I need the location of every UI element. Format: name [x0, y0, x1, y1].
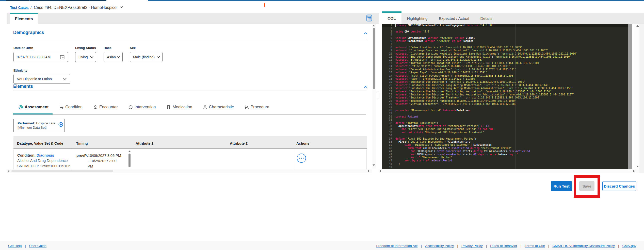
- code-line-21: 21valueset "Substance Use Disorder Long …: [382, 87, 628, 90]
- code-line-7: 7: [382, 43, 628, 46]
- footer-link-user-guide[interactable]: User Guide: [29, 244, 46, 248]
- tab-details[interactable]: Details: [475, 13, 498, 24]
- element-tab-medication[interactable]: Medication: [161, 102, 197, 112]
- calculator-icon[interactable]: [366, 14, 372, 22]
- code-line-14: 14valueset "Office Visit": 'urn:oid:2.16…: [382, 65, 628, 68]
- footer-link-separator: |: [548, 244, 549, 248]
- performed-card-prefix: Performed:: [18, 121, 35, 125]
- row-datatype-cell: Condition, Diagnosis Alcohol And Drug De…: [17, 153, 70, 169]
- right-panel-tabs: CQLHighlightingExpected / ActualDetails: [382, 13, 498, 24]
- code-line-46: 46: [382, 165, 628, 169]
- code-line-16: 16valueset "Payer Type": 'urn:oid:2.16.8…: [382, 71, 628, 74]
- code-line-5: 5include CQMCommonQDM version '9.0.000' …: [382, 37, 628, 40]
- code-line-35: 35 and not exists "History of SUD Diagno…: [382, 131, 628, 134]
- row-timing-prefix: prevP:: [76, 154, 88, 158]
- right-vscroll-down-arrow[interactable]: [636, 166, 639, 167]
- save-button[interactable]: Save: [579, 181, 594, 191]
- intervention-icon: [128, 105, 133, 109]
- top-chrome-separator-1: [29, 0, 30, 1]
- medication-icon: [166, 105, 171, 109]
- right-panel-hscrollbar[interactable]: [378, 169, 639, 173]
- element-tab-condition[interactable]: Condition: [54, 102, 88, 112]
- breadcrumb-separator: /: [30, 5, 31, 10]
- element-tab-characteristic[interactable]: Characteristic: [198, 102, 239, 112]
- right-vscroll-up-arrow[interactable]: [636, 25, 639, 27]
- right-panel-vscrollbar[interactable]: [632, 24, 639, 169]
- element-tab-assessment[interactable]: Assessment: [13, 102, 54, 112]
- footer-link-cms-hhs-vulnerability-disclosure-policy[interactable]: CMS/HHS Vulnerability Disclosure Policy: [552, 244, 615, 248]
- footer-link-get-help[interactable]: Get Help: [8, 244, 22, 248]
- race-select[interactable]: Asian: [104, 52, 123, 62]
- tab-elements[interactable]: Elements: [10, 13, 38, 24]
- sex-select[interactable]: Male (finding): [130, 52, 163, 62]
- code-line-11: 11valueset "Emergency Department Evaluat…: [382, 55, 628, 58]
- left-hscroll-right-arrow[interactable]: [368, 170, 369, 172]
- demographics-collapse-icon[interactable]: [364, 32, 367, 35]
- add-element-plus-icon[interactable]: [58, 122, 63, 127]
- breadcrumb-current-case[interactable]: Case #94: DENEXPassStrat2 - HomeHospice: [34, 5, 116, 10]
- left-hscroll-left-arrow[interactable]: [8, 170, 9, 172]
- footer-link-freedom-of-information-act[interactable]: Freedom of Information Act: [376, 244, 418, 248]
- demographics-heading: Demographics: [13, 30, 44, 35]
- code-line-13: 13valueset "Initial Hospital Inpatient V…: [382, 62, 628, 65]
- code-line-36: 36: [382, 134, 628, 137]
- top-chrome-segment-navy: [6, 0, 106, 1]
- breadcrumb-test-cases-link[interactable]: Test Cases: [10, 6, 29, 10]
- footer-link-terms-of-use[interactable]: Terms of Use: [525, 244, 545, 248]
- cql-code-editor[interactable]: 1library CMS137SUDTreatmentInitiationEng…: [382, 24, 628, 169]
- chevron-down-icon: [117, 56, 120, 58]
- test-case-elements-panel: Demographics Date of Birth Living Status…: [7, 24, 372, 169]
- left-vscroll-up-arrow[interactable]: [373, 25, 375, 26]
- ethnicity-label: Ethnicity: [13, 69, 27, 72]
- tab-cql[interactable]: CQL: [382, 11, 401, 24]
- footer-link-accessibility-policy[interactable]: Accessibility Policy: [425, 244, 454, 248]
- case-dropdown-chevron-icon[interactable]: [120, 6, 123, 8]
- panel-splitter-handle[interactable]: [377, 92, 377, 99]
- footer-link-cms-gov[interactable]: CMS.gov: [622, 244, 636, 248]
- dob-input-field[interactable]: [17, 55, 60, 59]
- performed-hospice-care-card[interactable]: Performed: Hospice care[Minimum Data Set…: [13, 119, 65, 132]
- calendar-icon[interactable]: [60, 54, 65, 60]
- element-tab-procedure[interactable]: Procedure: [239, 102, 275, 112]
- left-hscroll-thumb[interactable]: [11, 170, 113, 172]
- code-line-37: 37define "First SUD Episode During Measu…: [382, 137, 628, 140]
- row-datatype-diagnosis-link[interactable]: Diagnosis: [37, 153, 54, 157]
- panel-splitter-handle-line2[interactable]: [378, 92, 378, 99]
- timing-scrollbar-thumb[interactable]: [128, 154, 131, 167]
- right-hscroll-right-arrow[interactable]: [633, 170, 635, 172]
- code-line-27: 27: [382, 106, 628, 109]
- code-line-26: 26valueset "Virtual Encounter": 'urn:oid…: [382, 103, 628, 106]
- dob-label: Date of Birth: [13, 46, 33, 50]
- page-footer: Get Help|User Guide Freedom of Informati…: [0, 241, 644, 250]
- tab-expected-actual[interactable]: Expected / Actual: [433, 13, 475, 24]
- left-vscroll-down-arrow[interactable]: [373, 164, 375, 166]
- living-status-select[interactable]: Living: [75, 52, 96, 62]
- race-label: Race: [104, 46, 111, 50]
- performed-card-value-line1: Hospice care: [35, 121, 55, 125]
- timing-scroll-up-arrow[interactable]: [128, 151, 131, 152]
- code-line-29: 29: [382, 112, 628, 115]
- discard-changes-button[interactable]: Discard Changes: [602, 181, 636, 191]
- footer-link-rules-of-behavior[interactable]: Rules of Behavior: [490, 244, 517, 248]
- chevron-down-icon: [157, 56, 160, 58]
- code-line-1: 1library CMS137SUDTreatmentInitiationEng…: [382, 24, 628, 27]
- elements-heading: Elements: [13, 84, 33, 89]
- sex-value: Male (finding): [133, 55, 155, 59]
- editor-scrollbar-thumb[interactable]: [628, 24, 632, 169]
- element-tab-encounter[interactable]: Encounter: [88, 102, 123, 112]
- tab-highlighting[interactable]: Highlighting: [401, 13, 433, 24]
- right-hscroll-left-arrow[interactable]: [379, 170, 381, 172]
- elements-collapse-icon[interactable]: [364, 86, 367, 88]
- code-line-25: 25valueset "Telephone Visits": 'urn:oid:…: [382, 99, 628, 103]
- code-line-38: 38 First(("Qualifying Encounters") Valid…: [382, 140, 628, 143]
- dob-input[interactable]: [13, 52, 68, 62]
- ethnicity-select[interactable]: Not Hispanic or Latino: [13, 74, 70, 84]
- run-test-button[interactable]: Run Test: [551, 181, 572, 191]
- element-tab-intervention[interactable]: Intervention: [123, 102, 161, 112]
- left-vscroll-thumb[interactable]: [373, 28, 375, 89]
- element-tab-label: Procedure: [251, 105, 269, 109]
- living-status-value: Living: [78, 55, 88, 59]
- elements-table-header: Datatype, Value Set & Code Timing Attrib…: [13, 136, 367, 149]
- row-actions-button[interactable]: [297, 153, 306, 163]
- footer-link-privacy-policy[interactable]: Privacy Policy: [461, 244, 483, 248]
